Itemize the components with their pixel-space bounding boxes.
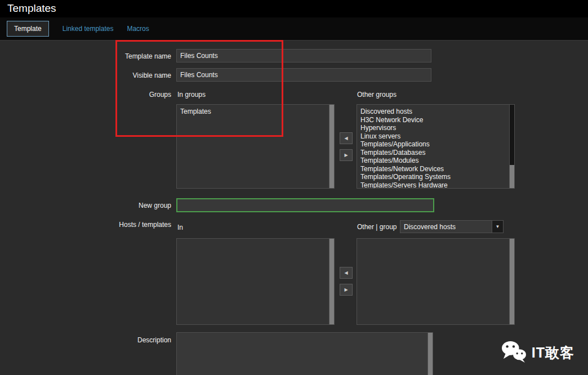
hosts-other-scrollbar[interactable] xyxy=(509,239,514,324)
tab-linked-templates[interactable]: Linked templates xyxy=(63,25,114,33)
hosts-other-items xyxy=(357,239,509,324)
hosts-templates-label: Hosts / templates xyxy=(59,221,171,229)
visible-name-input[interactable] xyxy=(176,68,431,82)
list-item[interactable]: Hypervisors xyxy=(360,124,506,132)
right-arrow-icon: ▶ xyxy=(344,153,348,158)
right-arrow-icon: ▶ xyxy=(344,287,348,292)
list-item[interactable]: Templates xyxy=(180,108,326,116)
in-groups-listbox[interactable]: Templates xyxy=(176,104,335,189)
scrollbar-thumb[interactable] xyxy=(510,105,514,165)
hosts-move-left-button[interactable]: ◀ xyxy=(340,267,353,279)
other-groups-items: Discovered hostsH3C Network DeviceHyperv… xyxy=(357,105,509,188)
template-name-label: Template name xyxy=(59,52,171,60)
in-groups-items: Templates xyxy=(177,105,329,188)
list-item[interactable]: Templates/Modules xyxy=(360,157,506,165)
groups-move-left-button[interactable]: ◀ xyxy=(340,132,353,144)
group-select-value: Discovered hosts xyxy=(400,223,492,231)
new-group-label: New group xyxy=(59,202,171,209)
hosts-move-right-button[interactable]: ▶ xyxy=(340,284,353,296)
description-label: Description xyxy=(59,336,171,344)
other-groups-listbox[interactable]: Discovered hostsH3C Network DeviceHyperv… xyxy=(357,104,515,189)
watermark: IT敢客 xyxy=(501,340,574,365)
hosts-other-group-label: Other | group xyxy=(357,223,397,231)
list-item[interactable]: Templates/Databases xyxy=(360,149,506,157)
hosts-in-items xyxy=(177,239,329,324)
in-groups-label: In groups xyxy=(177,91,206,99)
page-title: Templates xyxy=(7,2,56,15)
list-item[interactable]: Templates/Applications xyxy=(360,140,506,149)
hosts-other-listbox[interactable] xyxy=(357,238,515,325)
in-groups-scrollbar[interactable] xyxy=(329,105,334,188)
template-name-input[interactable] xyxy=(176,49,431,62)
left-arrow-icon: ◀ xyxy=(344,270,348,275)
other-groups-label: Other groups xyxy=(357,91,397,99)
watermark-text: IT敢客 xyxy=(532,343,574,362)
list-item[interactable]: Templates/Servers Hardware xyxy=(360,181,506,189)
description-scrollbar[interactable] xyxy=(427,333,433,375)
dropdown-arrow-icon[interactable]: ▼ xyxy=(492,221,503,233)
group-select[interactable]: Discovered hosts ▼ xyxy=(400,220,504,233)
tab-template[interactable]: Template xyxy=(7,21,49,37)
page-header: Templates xyxy=(0,0,588,17)
hosts-in-scrollbar[interactable] xyxy=(329,239,334,324)
other-groups-scrollbar[interactable] xyxy=(509,105,514,188)
wechat-icon xyxy=(501,340,527,365)
new-group-input[interactable] xyxy=(176,198,434,212)
hosts-in-label: In xyxy=(177,224,183,231)
list-item[interactable]: Templates/Network Devices xyxy=(360,165,506,173)
tab-macros[interactable]: Macros xyxy=(127,25,149,33)
hosts-in-listbox[interactable] xyxy=(176,238,335,325)
visible-name-label: Visible name xyxy=(59,72,171,79)
list-item[interactable]: Linux servers xyxy=(360,132,506,141)
tab-bar: Template Linked templates Macros xyxy=(0,17,588,41)
list-item[interactable]: Discovered hosts xyxy=(360,108,506,116)
description-text xyxy=(177,333,427,375)
groups-label: Groups xyxy=(59,91,171,99)
groups-move-right-button[interactable]: ▶ xyxy=(340,149,353,161)
list-item[interactable]: Templates/Operating Systems xyxy=(360,173,506,181)
list-item[interactable]: H3C Network Device xyxy=(360,116,506,124)
description-textarea[interactable] xyxy=(176,332,433,375)
left-arrow-icon: ◀ xyxy=(344,136,348,141)
